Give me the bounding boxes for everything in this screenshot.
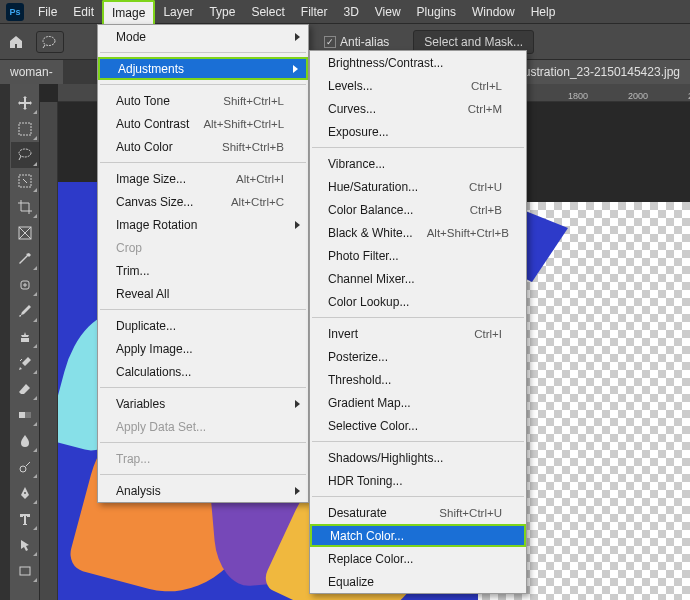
gradient-tool[interactable]: [11, 402, 39, 428]
image-menu-item[interactable]: Image Size...Alt+Ctrl+I: [98, 167, 308, 190]
svg-rect-9: [20, 567, 30, 575]
healing-brush-tool[interactable]: [11, 272, 39, 298]
document-tab-label: woman-: [10, 65, 53, 79]
image-menu-item[interactable]: Auto ColorShift+Ctrl+B: [98, 135, 308, 158]
menu-item-label: Trim...: [116, 264, 150, 278]
pen-tool[interactable]: [11, 480, 39, 506]
menu-item-label: Color Balance...: [328, 203, 413, 217]
adjustments-item[interactable]: Brightness/Contrast...: [310, 51, 526, 74]
menu-item-label: Levels...: [328, 79, 373, 93]
adjustments-item[interactable]: Photo Filter...: [310, 244, 526, 267]
menu-view[interactable]: View: [367, 1, 409, 23]
menu-3d[interactable]: 3D: [335, 1, 366, 23]
menu-filter[interactable]: Filter: [293, 1, 336, 23]
menu-help[interactable]: Help: [523, 1, 564, 23]
menu-window[interactable]: Window: [464, 1, 523, 23]
menu-image[interactable]: Image: [102, 0, 155, 24]
rectangle-tool[interactable]: [11, 558, 39, 584]
document-tab-label: llustration_23-2150145423.jpg: [519, 65, 680, 79]
image-menu-item[interactable]: Reveal All: [98, 282, 308, 305]
ruler-vertical: [40, 102, 58, 600]
dodge-tool[interactable]: [11, 454, 39, 480]
image-menu-item[interactable]: Apply Image...: [98, 337, 308, 360]
menu-item-label: Crop: [116, 241, 142, 255]
image-menu-item[interactable]: Calculations...: [98, 360, 308, 383]
image-menu-item[interactable]: Canvas Size...Alt+Ctrl+C: [98, 190, 308, 213]
crop-tool[interactable]: [11, 194, 39, 220]
submenu-arrow-icon: [295, 400, 300, 408]
eraser-tool[interactable]: [11, 376, 39, 402]
menu-item-shortcut: Alt+Shift+Ctrl+L: [189, 118, 284, 130]
anti-alias-option[interactable]: ✓ Anti-alias: [324, 35, 389, 49]
image-menu-item[interactable]: Variables: [98, 392, 308, 415]
image-menu-item[interactable]: Duplicate...: [98, 314, 308, 337]
svg-point-8: [20, 466, 26, 472]
adjustments-item[interactable]: InvertCtrl+I: [310, 322, 526, 345]
frame-tool[interactable]: [11, 220, 39, 246]
image-menu-item[interactable]: Analysis: [98, 479, 308, 502]
adjustments-item[interactable]: Color Balance...Ctrl+B: [310, 198, 526, 221]
menu-item-shortcut: Ctrl+I: [460, 328, 502, 340]
adjustments-item[interactable]: Replace Color...: [310, 547, 526, 570]
adjustments-item[interactable]: Threshold...: [310, 368, 526, 391]
home-icon[interactable]: [6, 32, 26, 52]
menu-item-label: Posterize...: [328, 350, 388, 364]
adjustments-item[interactable]: Color Lookup...: [310, 290, 526, 313]
menu-item-shortcut: Shift+Ctrl+U: [425, 507, 502, 519]
menu-edit[interactable]: Edit: [65, 1, 102, 23]
menu-file[interactable]: File: [30, 1, 65, 23]
menu-item-label: Canvas Size...: [116, 195, 193, 209]
menu-item-label: Black & White...: [328, 226, 413, 240]
menu-item-label: Auto Tone: [116, 94, 170, 108]
menu-type[interactable]: Type: [201, 1, 243, 23]
image-menu-item[interactable]: Trim...: [98, 259, 308, 282]
menu-layer[interactable]: Layer: [155, 1, 201, 23]
clone-stamp-tool[interactable]: [11, 324, 39, 350]
history-brush-tool[interactable]: [11, 350, 39, 376]
menu-plugins[interactable]: Plugins: [409, 1, 464, 23]
marquee-tool[interactable]: [11, 116, 39, 142]
adjustments-item[interactable]: Equalize: [310, 570, 526, 593]
tool-preset-dropdown[interactable]: [36, 31, 64, 53]
adjustments-item[interactable]: Exposure...: [310, 120, 526, 143]
adjustments-item[interactable]: Black & White...Alt+Shift+Ctrl+B: [310, 221, 526, 244]
adjustments-item[interactable]: Shadows/Highlights...: [310, 446, 526, 469]
menu-item-label: Vibrance...: [328, 157, 385, 171]
object-selection-tool[interactable]: [11, 168, 39, 194]
lasso-tool[interactable]: [11, 142, 39, 168]
adjustments-item[interactable]: Vibrance...: [310, 152, 526, 175]
menu-item-label: Shadows/Highlights...: [328, 451, 443, 465]
document-tab[interactable]: woman-: [0, 60, 63, 84]
adjustments-item[interactable]: Gradient Map...: [310, 391, 526, 414]
adjustments-item[interactable]: Match Color...: [310, 524, 526, 547]
eyedropper-tool[interactable]: [11, 246, 39, 272]
image-menu-item[interactable]: Auto ContrastAlt+Shift+Ctrl+L: [98, 112, 308, 135]
adjustments-item[interactable]: Levels...Ctrl+L: [310, 74, 526, 97]
image-menu-item[interactable]: Mode: [98, 25, 308, 48]
blur-tool[interactable]: [11, 428, 39, 454]
menu-item-label: Reveal All: [116, 287, 169, 301]
path-selection-tool[interactable]: [11, 532, 39, 558]
menu-select[interactable]: Select: [243, 1, 292, 23]
submenu-arrow-icon: [295, 487, 300, 495]
submenu-arrow-icon: [293, 65, 298, 73]
adjustments-item[interactable]: Posterize...: [310, 345, 526, 368]
adjustments-item[interactable]: HDR Toning...: [310, 469, 526, 492]
image-menu-item[interactable]: Image Rotation: [98, 213, 308, 236]
menu-item-shortcut: Alt+Ctrl+C: [217, 196, 284, 208]
image-menu-item[interactable]: Adjustments: [98, 57, 308, 80]
adjustments-item[interactable]: Hue/Saturation...Ctrl+U: [310, 175, 526, 198]
move-tool[interactable]: [11, 90, 39, 116]
image-menu-item: Trap...: [98, 447, 308, 470]
menu-item-label: Brightness/Contrast...: [328, 56, 443, 70]
adjustments-item[interactable]: DesaturateShift+Ctrl+U: [310, 501, 526, 524]
brush-tool[interactable]: [11, 298, 39, 324]
menu-item-label: Threshold...: [328, 373, 391, 387]
document-tab[interactable]: llustration_23-2150145423.jpg: [509, 60, 690, 84]
adjustments-item[interactable]: Curves...Ctrl+M: [310, 97, 526, 120]
type-tool[interactable]: [11, 506, 39, 532]
adjustments-item[interactable]: Selective Color...: [310, 414, 526, 437]
adjustments-item[interactable]: Channel Mixer...: [310, 267, 526, 290]
menu-item-label: HDR Toning...: [328, 474, 402, 488]
image-menu-item[interactable]: Auto ToneShift+Ctrl+L: [98, 89, 308, 112]
